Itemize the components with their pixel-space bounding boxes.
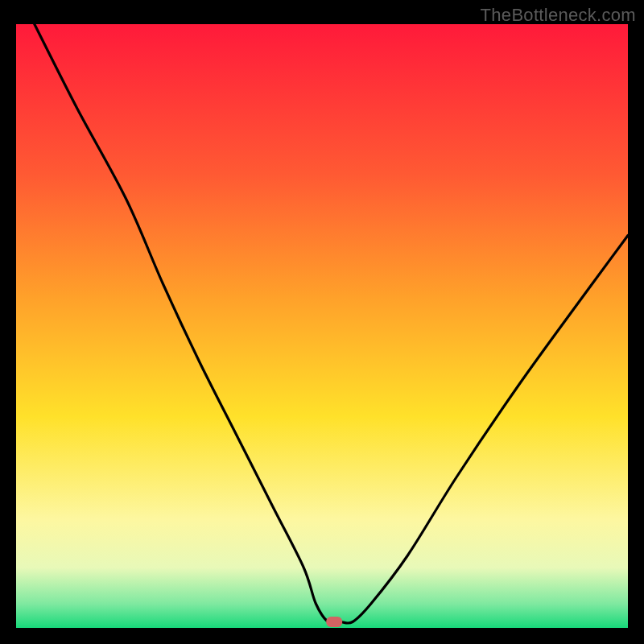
watermark-text: TheBottleneck.com: [481, 5, 636, 26]
minimum-marker: [326, 617, 342, 627]
bottleneck-chart: [0, 0, 644, 644]
plot-area: [16, 24, 628, 628]
